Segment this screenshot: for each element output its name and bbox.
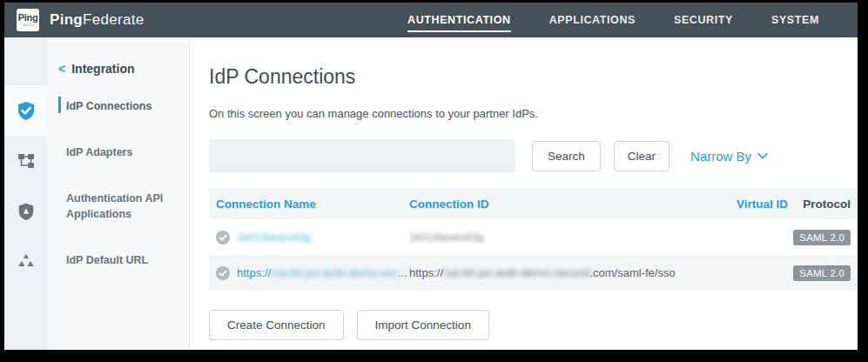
nav-tab-applications[interactable]: APPLICATIONS (549, 9, 636, 32)
ping-identity-logo: Ping Identity (17, 9, 39, 31)
table-row: https://rsa-bh-po-auth-demo.sec... https… (209, 255, 858, 291)
table-header-row: Connection Name Connection ID Virtual ID… (209, 188, 858, 219)
sidebar-item-idp-default-url[interactable]: IdP Default URL (48, 252, 189, 269)
search-row: Search Clear Narrow By (209, 139, 858, 172)
redacted-text: 1k019aven43g (409, 231, 483, 244)
status-check-circle-icon (216, 266, 230, 280)
chevron-left-icon: < (58, 62, 65, 76)
chevron-down-icon (757, 152, 768, 159)
nav-tab-security[interactable]: SECURITY (674, 9, 733, 32)
connection-id-cell: https://rsa-bh-po-auth-demo-securid.com/… (409, 266, 696, 279)
connection-name-cell: https://rsa-bh-po-auth-demo.sec... (209, 266, 409, 280)
clear-button[interactable]: Clear (614, 141, 670, 171)
search-button[interactable]: Search (532, 141, 601, 171)
column-header-connection-id[interactable]: Connection ID (409, 198, 696, 211)
app-window: Ping Identity PingFederate AUTHENTICATIO… (4, 3, 858, 350)
column-header-connection-name[interactable]: Connection Name (209, 198, 409, 211)
shield-check-icon (16, 100, 37, 121)
app-title: PingFederate (50, 11, 144, 29)
icon-rail (4, 37, 48, 350)
connection-name-link[interactable]: https://rsa-bh-po-auth-demo.sec... (237, 266, 407, 279)
page-title: IdP Connections (209, 65, 858, 89)
search-input[interactable] (209, 139, 515, 172)
hierarchy-icon (17, 151, 36, 171)
app-title-regular: Federate (83, 11, 144, 28)
rail-item-integration[interactable] (4, 85, 48, 136)
protocol-cell: SAML 2.0 (788, 230, 858, 245)
protocol-badge: SAML 2.0 (793, 230, 851, 245)
column-header-virtual-id[interactable]: Virtual ID (696, 198, 788, 211)
rail-item-adapters[interactable] (4, 136, 48, 186)
import-connection-button[interactable]: Import Connection (357, 310, 489, 340)
group-icon (16, 251, 37, 272)
sidebar-item-idp-adapters[interactable]: IdP Adapters (48, 144, 189, 161)
rail-item-system[interactable] (4, 237, 48, 287)
sidebar-item-authentication-api-applications[interactable]: Authentication API Applications (48, 191, 189, 224)
narrow-by-label: Narrow By (690, 149, 751, 164)
redacted-text: rsa-bh-po-auth-demo-securid (443, 266, 589, 279)
create-connection-button[interactable]: Create Connection (209, 310, 344, 340)
app-title-bold: Ping (50, 11, 83, 28)
shield-lock-icon (17, 202, 36, 221)
sidebar-back-label: Integration (71, 62, 134, 76)
protocol-cell: SAML 2.0 (788, 265, 858, 281)
page-description: On this screen you can manage connection… (209, 107, 858, 120)
top-bar: Ping Identity PingFederate AUTHENTICATIO… (4, 3, 858, 37)
connections-table: Connection Name Connection ID Virtual ID… (209, 188, 858, 291)
sidebar-back-integration[interactable]: < Integration (48, 62, 189, 76)
connection-name-link[interactable]: 1k019aven43g (237, 231, 311, 244)
nav-tab-system[interactable]: SYSTEM (771, 9, 819, 32)
connection-id-cell: 1k019aven43g (409, 231, 696, 244)
logo-word: Ping (18, 13, 38, 23)
logo-subtext: Identity (23, 23, 34, 27)
redacted-text: rsa-bh-po-auth-demo.sec (271, 266, 398, 279)
redacted-text: 1k019aven43g (237, 231, 311, 244)
table-row: 1k019aven43g 1k019aven43g SAML 2.0 (209, 219, 858, 255)
top-navigation: AUTHENTICATION APPLICATIONS SECURITY SYS… (407, 9, 845, 32)
protocol-badge: SAML 2.0 (793, 265, 851, 281)
column-header-protocol: Protocol (788, 198, 858, 211)
main-content: IdP Connections On this screen you can m… (190, 37, 858, 350)
nav-tab-authentication[interactable]: AUTHENTICATION (407, 9, 511, 32)
action-buttons: Create Connection Import Connection (209, 310, 858, 340)
sidebar: < Integration IdP Connections IdP Adapte… (48, 37, 190, 350)
status-check-circle-icon (216, 231, 230, 245)
connection-name-cell: 1k019aven43g (209, 231, 409, 245)
rail-item-security[interactable] (4, 186, 48, 237)
sidebar-item-idp-connections[interactable]: IdP Connections (48, 98, 189, 115)
narrow-by-dropdown[interactable]: Narrow By (690, 149, 768, 164)
